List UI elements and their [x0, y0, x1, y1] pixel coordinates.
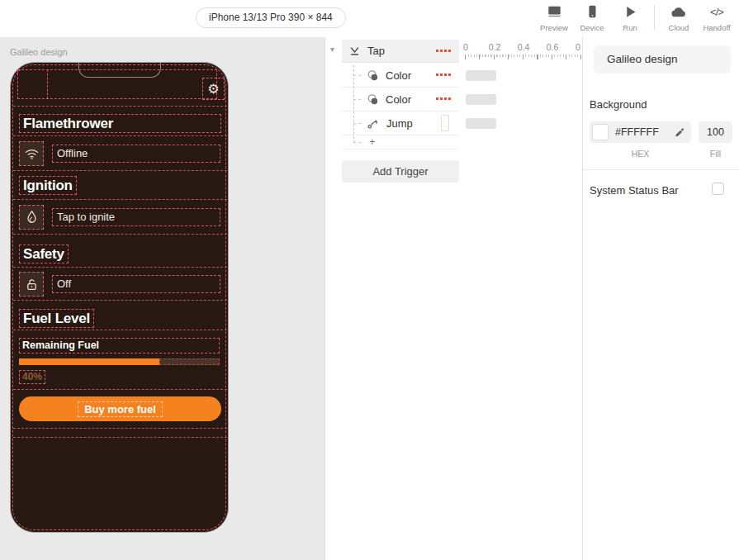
section-separator — [13, 199, 227, 200]
inspector-divider — [583, 169, 739, 170]
offline-status-field[interactable]: Offline — [52, 145, 220, 163]
safety-value-field[interactable]: Off — [52, 275, 220, 293]
toolbar: iPhone 13/13 Pro 390 × 844 Preview Devic… — [0, 0, 739, 37]
fill-value-field[interactable]: 100 — [699, 121, 732, 143]
action-label: Color — [386, 69, 411, 82]
cloud-label: Cloud — [669, 23, 689, 32]
cloud-icon — [670, 3, 687, 20]
timeline-duration-bar[interactable] — [466, 118, 496, 129]
ruler-tick-label: 0 — [576, 42, 580, 52]
remaining-fuel-label[interactable]: Remaining Fuel — [19, 338, 220, 354]
design-canvas: Galileo design ⚙ Flamethrower — [0, 37, 324, 560]
hex-value: #FFFFFF — [615, 121, 659, 143]
toolbar-divider — [654, 5, 655, 30]
section-separator — [13, 135, 227, 136]
hex-caption: HEX — [590, 149, 691, 159]
tree-branch — [353, 99, 361, 100]
jump-action-icon — [367, 117, 380, 130]
handoff-label: Handoff — [703, 23, 730, 32]
safety-icon-box[interactable] — [19, 272, 44, 297]
handoff-button[interactable]: </> Handoff — [698, 3, 736, 32]
wifi-status-box[interactable] — [19, 141, 44, 166]
section-separator — [13, 300, 227, 301]
wifi-icon — [24, 147, 40, 160]
buy-more-fuel-label: Buy more fuel — [78, 401, 163, 417]
run-button[interactable]: Run — [611, 3, 649, 32]
cloud-button[interactable]: Cloud — [660, 3, 698, 32]
device-label: Device — [580, 23, 604, 32]
device-phone-icon — [585, 3, 599, 20]
statusbar-divider — [47, 69, 48, 99]
section-separator — [13, 437, 227, 438]
color-swatch[interactable] — [592, 124, 609, 140]
timeline-duration-bar[interactable] — [466, 70, 496, 81]
device-button[interactable]: Device — [573, 3, 611, 32]
tree-branch — [353, 142, 361, 143]
system-status-bar-checkbox[interactable] — [712, 183, 724, 195]
color-action-icon — [367, 93, 379, 106]
section-separator — [13, 330, 227, 330]
curve-indicator-dashed[interactable] — [436, 50, 452, 52]
ruler-tick-label: 0.6 — [547, 42, 559, 52]
collapse-chevron-icon[interactable]: ▾ — [330, 45, 334, 54]
fuel-percent-label[interactable]: 40% — [19, 370, 45, 384]
artboard-label[interactable]: Galileo design — [10, 47, 68, 57]
section-separator — [13, 234, 227, 235]
tap-gesture-icon — [348, 45, 361, 57]
phone-selection-outline — [12, 64, 226, 530]
code-handoff-icon: </> — [710, 6, 723, 18]
safety-heading[interactable]: Safety — [19, 244, 69, 263]
fuel-progress-bar[interactable] — [19, 358, 220, 365]
hex-color-field[interactable]: #FFFFFF — [590, 121, 691, 143]
trigger-label: Tap — [367, 45, 385, 57]
preview-monitor-icon — [547, 3, 562, 20]
fuel-progress-fill — [19, 358, 159, 365]
lock-open-icon — [25, 278, 39, 292]
curve-indicator-dashed[interactable] — [436, 74, 452, 76]
curve-indicator-rect[interactable] — [441, 115, 449, 131]
fuel-level-heading[interactable]: Fuel Level — [19, 309, 94, 328]
tree-branch — [353, 75, 361, 76]
section-separator — [13, 170, 227, 171]
device-selector-pill[interactable]: iPhone 13/13 Pro 390 × 844 — [196, 7, 346, 28]
timeline-ruler — [465, 55, 582, 59]
fuel-progress-remainder — [159, 358, 220, 365]
run-play-icon — [623, 3, 637, 20]
add-trigger-button[interactable]: Add Trigger — [342, 160, 459, 183]
section-separator — [13, 106, 227, 107]
ignite-icon-box[interactable] — [19, 205, 44, 230]
ignition-heading[interactable]: Ignition — [19, 176, 77, 195]
phone-artboard[interactable]: ⚙ Flamethrower Offl — [10, 62, 229, 533]
preview-button[interactable]: Preview — [535, 3, 573, 32]
tree-connector-line — [353, 65, 354, 143]
color-action-icon — [367, 69, 379, 82]
section-separator — [13, 267, 227, 268]
layer-name-field[interactable]: Galileo design — [594, 45, 731, 74]
settings-gear-icon[interactable]: ⚙ — [202, 78, 225, 100]
toolbar-actions: Preview Device Run Cloud — [535, 3, 736, 36]
ruler-tick-label: 0.4 — [518, 42, 530, 52]
app-window: iPhone 13/13 Pro 390 × 844 Preview Devic… — [0, 0, 739, 560]
flame-icon — [25, 210, 39, 225]
ruler-tick-label: 0.2 — [489, 42, 501, 52]
system-status-bar-label: System Status Bar — [590, 184, 679, 197]
timeline-panel: ▾ Tap Color Color Jump — [324, 37, 582, 560]
background-section-label: Background — [590, 98, 647, 111]
preview-label: Preview — [540, 23, 568, 32]
run-label: Run — [623, 23, 637, 32]
action-label: Color — [386, 93, 411, 106]
flamethrower-heading[interactable]: Flamethrower — [19, 114, 221, 133]
section-separator — [13, 389, 227, 390]
curve-indicator-dashed[interactable] — [436, 97, 452, 100]
section-separator — [13, 428, 227, 429]
inspector-panel: Galileo design Background #FFFFFF HEX 10… — [582, 37, 739, 560]
action-label: Jump — [386, 117, 413, 130]
trigger-row-tap[interactable]: Tap — [342, 40, 459, 63]
buy-more-fuel-button[interactable]: Buy more fuel — [19, 396, 221, 421]
timeline-duration-bar[interactable] — [466, 94, 496, 105]
ignite-action-field[interactable]: Tap to ignite — [52, 208, 220, 226]
ruler-tick-label: 0 — [463, 42, 468, 52]
eyedropper-icon[interactable] — [674, 126, 685, 141]
fill-caption: Fill — [699, 149, 732, 159]
tree-branch — [353, 123, 361, 124]
